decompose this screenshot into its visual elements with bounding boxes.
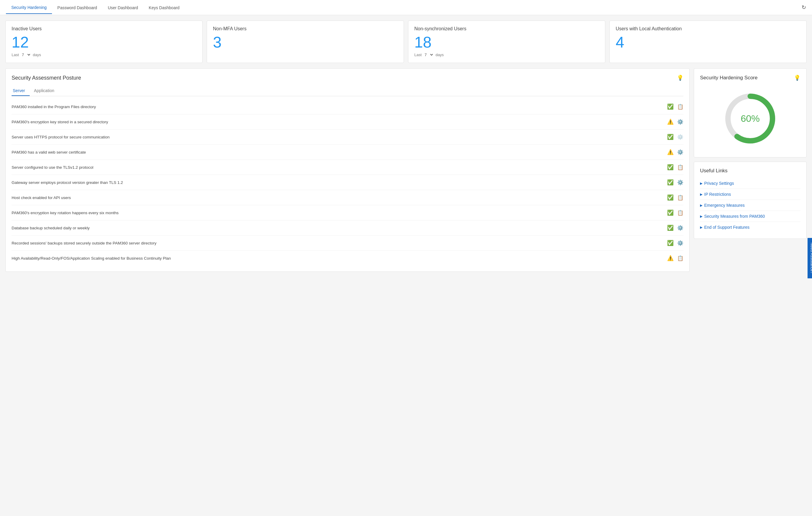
non-sync-number: 18 bbox=[414, 34, 599, 50]
posture-title: Security Assessment Posture bbox=[11, 75, 81, 81]
check-label: PAM360 has a valid web server certificat… bbox=[11, 150, 664, 154]
check-icons: ✅ 📋 bbox=[667, 209, 684, 216]
local-auth-title: Users with Local Authentication bbox=[616, 26, 801, 31]
check-label: PAM360's encryption key rotation happens… bbox=[11, 211, 664, 215]
check-label: PAM360's encryption key stored in a secu… bbox=[11, 120, 664, 124]
check-item: Database backup scheduled daily or weekl… bbox=[11, 221, 684, 235]
inactive-users-footer: Last 7 14 30 days bbox=[11, 52, 196, 57]
link-label: End of Support Features bbox=[704, 225, 750, 230]
action-settings-icon[interactable]: ⚙️ bbox=[677, 119, 684, 125]
check-label: High Availability/Read-Only/FOS/Applicat… bbox=[11, 256, 664, 260]
inactive-days-suffix: days bbox=[33, 53, 41, 57]
posture-card: Security Assessment Posture 💡 Server App… bbox=[5, 68, 690, 272]
link-emergency-measures[interactable]: ▶ Emergency Measures bbox=[700, 200, 801, 211]
link-arrow-icon: ▶ bbox=[700, 203, 702, 207]
status-ok-icon: ✅ bbox=[667, 104, 674, 110]
non-mfa-number: 3 bbox=[213, 34, 398, 50]
check-item: PAM360's encryption key stored in a secu… bbox=[11, 114, 684, 130]
check-item: PAM360 has a valid web server certificat… bbox=[11, 145, 684, 160]
check-label: Recorded sessions' backups stored secure… bbox=[11, 241, 664, 246]
check-list: PAM360 installed in the Program Files di… bbox=[11, 99, 684, 265]
links-card: Useful Links ▶ Privacy Settings ▶ IP Res… bbox=[694, 162, 807, 239]
link-arrow-icon: ▶ bbox=[700, 214, 702, 218]
action-doc-icon[interactable]: 📋 bbox=[677, 210, 684, 216]
tab-application[interactable]: Application bbox=[33, 86, 59, 96]
check-label: Host check enabled for API users bbox=[11, 196, 664, 200]
check-icons: ⚠️ 📋 bbox=[667, 255, 684, 261]
check-label: Server uses HTTPS protocol for secure co… bbox=[11, 135, 664, 139]
assistance-tab[interactable]: Need Assistance? bbox=[808, 238, 812, 277]
check-item: Gateway server employs protocol version … bbox=[11, 175, 684, 190]
action-doc-icon[interactable]: 📋 bbox=[677, 104, 684, 110]
check-icons: ✅ ⚙️ bbox=[667, 225, 684, 231]
action-settings-icon[interactable]: ⚙️ bbox=[677, 240, 684, 246]
status-ok-icon: ✅ bbox=[667, 240, 674, 246]
tab-password-dashboard[interactable]: Password Dashboard bbox=[52, 1, 103, 14]
bulb-icon[interactable]: 💡 bbox=[677, 75, 684, 81]
check-icons: ✅ ⚙️ bbox=[667, 240, 684, 246]
link-privacy-settings[interactable]: ▶ Privacy Settings bbox=[700, 178, 801, 189]
link-label: Emergency Measures bbox=[704, 203, 745, 208]
link-label: Privacy Settings bbox=[704, 181, 734, 186]
action-doc-icon[interactable]: 📋 bbox=[677, 164, 684, 171]
posture-header: Security Assessment Posture 💡 bbox=[11, 75, 684, 81]
non-mfa-card: Non-MFA Users 3 bbox=[207, 21, 404, 63]
link-arrow-icon: ▶ bbox=[700, 181, 702, 185]
action-settings-icon[interactable]: ⚙️ bbox=[677, 225, 684, 231]
score-bulb-icon[interactable]: 💡 bbox=[794, 75, 801, 81]
link-security-measures[interactable]: ▶ Security Measures from PAM360 bbox=[700, 211, 801, 222]
action-doc-icon[interactable]: 📋 bbox=[677, 195, 684, 201]
check-item: Server uses HTTPS protocol for secure co… bbox=[11, 130, 684, 145]
link-label: Security Measures from PAM360 bbox=[704, 214, 765, 219]
score-label: 60% bbox=[741, 113, 760, 124]
status-ok-icon: ✅ bbox=[667, 164, 674, 171]
check-label: Server configured to use the TLSv1.2 pro… bbox=[11, 165, 664, 170]
check-label: Database backup scheduled daily or weekl… bbox=[11, 226, 664, 230]
tab-security-hardening[interactable]: Security Hardening bbox=[6, 1, 52, 14]
action-doc-icon[interactable]: 📋 bbox=[677, 255, 684, 261]
check-icons: ✅ 📋 bbox=[667, 164, 684, 171]
check-item: Recorded sessions' backups stored secure… bbox=[11, 235, 684, 251]
local-auth-number: 4 bbox=[616, 34, 801, 50]
check-label: PAM360 installed in the Program Files di… bbox=[11, 105, 664, 109]
tab-keys-dashboard[interactable]: Keys Dashboard bbox=[143, 1, 185, 14]
main-content: Inactive Users 12 Last 7 14 30 days Non-… bbox=[0, 15, 812, 277]
non-sync-title: Non-synchronized Users bbox=[414, 26, 599, 31]
score-card: Security Hardening Score 💡 60% bbox=[694, 68, 807, 157]
action-settings-dim-icon[interactable]: ⚙️ bbox=[677, 134, 684, 140]
check-icons: ✅ 📋 bbox=[667, 194, 684, 201]
check-icons: ✅ ⚙️ bbox=[667, 179, 684, 186]
check-item: Server configured to use the TLSv1.2 pro… bbox=[11, 160, 684, 175]
link-end-of-support[interactable]: ▶ End of Support Features bbox=[700, 222, 801, 233]
inactive-users-title: Inactive Users bbox=[11, 26, 196, 31]
nav-bar: Security Hardening Password Dashboard Us… bbox=[0, 0, 812, 15]
check-label: Gateway server employs protocol version … bbox=[11, 180, 664, 185]
link-label: IP Restrictions bbox=[704, 192, 731, 197]
check-item: PAM360's encryption key rotation happens… bbox=[11, 205, 684, 221]
tab-user-dashboard[interactable]: User Dashboard bbox=[103, 1, 143, 14]
action-settings-icon[interactable]: ⚙️ bbox=[677, 149, 684, 155]
status-ok-icon: ✅ bbox=[667, 194, 674, 201]
right-panel: Security Hardening Score 💡 60% bbox=[694, 68, 807, 272]
summary-cards: Inactive Users 12 Last 7 14 30 days Non-… bbox=[5, 21, 807, 63]
check-icons: ⚠️ ⚙️ bbox=[667, 118, 684, 125]
tab-server[interactable]: Server bbox=[11, 86, 30, 96]
refresh-icon[interactable]: ↻ bbox=[802, 0, 806, 15]
check-icons: ✅ ⚙️ bbox=[667, 134, 684, 140]
donut-wrap: 60% bbox=[721, 89, 780, 148]
link-ip-restrictions[interactable]: ▶ IP Restrictions bbox=[700, 189, 801, 200]
status-warn-icon: ⚠️ bbox=[667, 149, 674, 155]
status-ok-icon: ✅ bbox=[667, 134, 674, 140]
status-ok-icon: ✅ bbox=[667, 225, 674, 231]
status-ok-icon: ✅ bbox=[667, 209, 674, 216]
non-mfa-title: Non-MFA Users bbox=[213, 26, 398, 31]
status-warn-icon: ⚠️ bbox=[667, 255, 674, 261]
donut-container: 60% bbox=[700, 86, 801, 151]
score-title: Security Hardening Score bbox=[700, 75, 758, 81]
inactive-days-select[interactable]: 7 14 30 bbox=[21, 52, 31, 57]
check-item: High Availability/Read-Only/FOS/Applicat… bbox=[11, 251, 684, 265]
non-sync-footer: Last 7 14 30 days bbox=[414, 52, 599, 57]
posture-tabs: Server Application bbox=[11, 86, 684, 96]
action-settings-icon[interactable]: ⚙️ bbox=[677, 179, 684, 186]
non-sync-days-select[interactable]: 7 14 30 bbox=[424, 52, 434, 57]
